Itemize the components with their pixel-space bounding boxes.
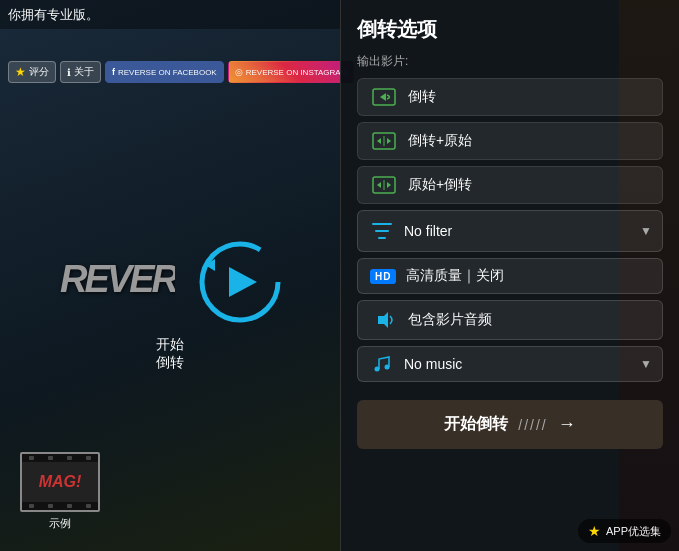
- sample-label: 示例: [49, 516, 71, 531]
- app-logo: REVERSE: [55, 252, 175, 311]
- quality-text: 高清质量｜关闭: [406, 267, 504, 285]
- film-hole: [86, 504, 91, 508]
- music-select[interactable]: No music: [404, 356, 632, 372]
- film-strip-bottom: [22, 502, 98, 510]
- option-reverse-plus-original[interactable]: 倒转+原始: [357, 122, 663, 160]
- instagram-button[interactable]: ◎ REVERSE ON INSTAGRAM: [228, 61, 355, 83]
- start-btn-dots: /////: [518, 417, 547, 433]
- audio-icon: [370, 309, 398, 331]
- audio-label: 包含影片音频: [408, 311, 492, 329]
- about-button[interactable]: ℹ 关于: [60, 61, 101, 83]
- film-hole: [48, 456, 53, 460]
- film-strip-top: [22, 454, 98, 462]
- star-icon: ★: [15, 65, 26, 79]
- info-icon: ℹ: [67, 67, 71, 78]
- start-btn-arrow: →: [558, 414, 576, 435]
- start-btn-text: 开始倒转: [444, 414, 508, 435]
- start-label: 开始 倒转: [156, 335, 184, 371]
- left-panel: 你拥有专业版。 ★ 评分 ℹ 关于 f REVERSE ON FACEBOOK …: [0, 0, 340, 551]
- svg-marker-3: [229, 267, 257, 297]
- instagram-icon: ◎: [235, 67, 243, 77]
- music-row: No music ▼: [357, 346, 663, 382]
- option-original-plus-reverse[interactable]: 原始+倒转: [357, 166, 663, 204]
- start-reverse-button[interactable]: 开始倒转 ///// →: [357, 400, 663, 449]
- rating-button[interactable]: ★ 评分: [8, 61, 56, 83]
- filter-icon: [368, 217, 396, 245]
- svg-marker-9: [378, 312, 388, 328]
- start-top-text: 开始: [156, 336, 184, 352]
- facebook-label: REVERSE ON FACEBOOK: [118, 68, 217, 77]
- watermark-icon: ★: [588, 523, 601, 539]
- quality-row[interactable]: HD 高清质量｜关闭: [357, 258, 663, 294]
- sample-thumbnail[interactable]: MAG!: [20, 452, 100, 512]
- facebook-icon: f: [112, 67, 115, 77]
- rating-label: 评分: [29, 65, 49, 79]
- filter-select[interactable]: No filter: [404, 223, 632, 239]
- film-hole: [67, 456, 72, 460]
- reverse-icon: [370, 87, 398, 107]
- hd-badge: HD: [370, 269, 396, 284]
- about-label: 关于: [74, 65, 94, 79]
- promo-text: 你拥有专业版。: [8, 7, 99, 22]
- film-hole: [29, 504, 34, 508]
- film-hole: [86, 456, 91, 460]
- watermark-text: APP优选集: [606, 524, 661, 539]
- instagram-label: REVERSE ON INSTAGRAM: [246, 68, 348, 77]
- start-bottom-text: 倒转: [156, 354, 184, 370]
- filter-row: No filter ▼: [357, 210, 663, 252]
- start-play-button[interactable]: [195, 237, 285, 327]
- option-reverse-text: 倒转: [408, 88, 436, 106]
- original-plus-reverse-icon: [370, 175, 398, 195]
- svg-text:REVERSE: REVERSE: [60, 258, 175, 300]
- music-icon: [368, 353, 396, 375]
- option-original-plus-reverse-text: 原始+倒转: [408, 176, 472, 194]
- option-reverse[interactable]: 倒转: [357, 78, 663, 116]
- audio-row[interactable]: 包含影片音频: [357, 300, 663, 340]
- right-panel: 倒转选项 输出影片: 倒转: [340, 0, 679, 551]
- music-dropdown-arrow: ▼: [640, 357, 652, 371]
- output-label: 输出影片:: [357, 53, 663, 70]
- film-hole: [67, 504, 72, 508]
- panel-content: 倒转选项 输出影片: 倒转: [341, 0, 679, 551]
- thumb-content: MAG!: [39, 473, 82, 491]
- panel-title: 倒转选项: [357, 16, 663, 43]
- top-buttons-bar: ★ 评分 ℹ 关于 f REVERSE ON FACEBOOK ◎ REVERS…: [0, 57, 340, 87]
- filter-dropdown-arrow: ▼: [640, 224, 652, 238]
- logo-play-row: REVERSE: [55, 237, 285, 327]
- film-hole: [48, 504, 53, 508]
- option-reverse-plus-original-text: 倒转+原始: [408, 132, 472, 150]
- svg-point-11: [385, 365, 390, 370]
- facebook-button[interactable]: f REVERSE ON FACEBOOK: [105, 61, 224, 83]
- reverse-plus-original-icon: [370, 131, 398, 151]
- watermark: ★ APP优选集: [578, 519, 671, 543]
- film-hole: [29, 456, 34, 460]
- sample-thumbnail-area: MAG! 示例: [20, 452, 100, 531]
- svg-point-10: [375, 367, 380, 372]
